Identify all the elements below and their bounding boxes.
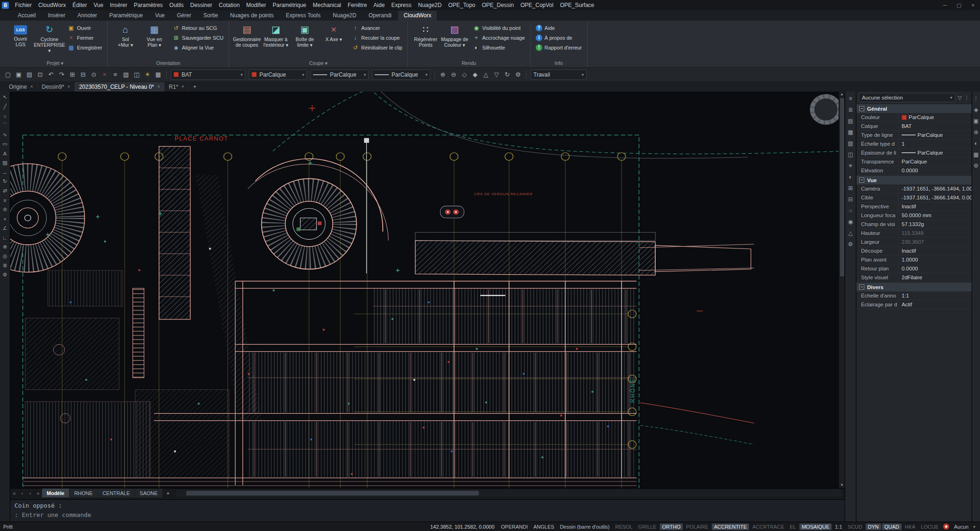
menu-item[interactable]: Outils (166, 0, 187, 10)
ouvrir-lgs-button[interactable]: LGS Ouvrir LGS (6, 21, 35, 59)
properties-panel-icon[interactable]: ≡ (847, 94, 855, 102)
panel-settings-icon[interactable]: ⚙ (847, 240, 855, 248)
grid-panel-icon[interactable]: ▦ (972, 150, 980, 158)
toolbar-indicator[interactable]: Dessin (barre d'outils) (558, 524, 612, 530)
new-file-icon[interactable]: ▢ (3, 70, 13, 80)
property-row[interactable]: Transparence ParCalque (856, 157, 972, 166)
point-cloud-icon[interactable]: ○ (847, 206, 855, 214)
property-row[interactable]: Retour plan 0.0000 (856, 264, 972, 273)
ribbon-tab[interactable]: Express Tools (280, 11, 326, 21)
menu-item[interactable]: Express (388, 0, 414, 10)
scroll-down-icon[interactable]: ▼ (840, 482, 844, 488)
command-prompt[interactable]: : Entrer une commande (14, 511, 840, 518)
settings-tool-icon[interactable]: ⚙ (1, 271, 9, 279)
settings-icon[interactable]: ⚙ (513, 70, 523, 80)
hatch-manager-icon[interactable]: ▧ (847, 139, 855, 147)
document-tab[interactable]: 202303570_CELP - Niveau 0* × (75, 82, 164, 92)
panel-menu-icon[interactable]: ⋮ (972, 94, 980, 102)
properties-section-vue[interactable]: − Vue (856, 175, 972, 184)
menu-item[interactable]: Fichier (12, 0, 35, 10)
detach-icon[interactable]: ⊟ (847, 195, 855, 203)
property-row[interactable]: Couleur ParCalque (856, 113, 972, 122)
menu-item[interactable]: Fenêtre (344, 0, 370, 10)
sauvegarder-scu-button[interactable]: ⊞ Sauvegarder SCU (171, 34, 225, 42)
accrtrace-toggle[interactable]: ACCRTRACE (750, 524, 786, 530)
retour-scg-button[interactable]: ↺ Retour au SCG (171, 24, 225, 32)
color-dropdown[interactable]: ParCalque ▾ (249, 70, 307, 80)
ribbon-tab[interactable]: Nuage2D (327, 11, 362, 21)
add-layout-button[interactable]: + (163, 489, 173, 498)
silhouette-button[interactable]: ◐ Silhouette (471, 44, 527, 51)
property-row[interactable]: Élévation 0.0000 (856, 166, 972, 175)
resol-toggle[interactable]: RESOL (613, 524, 635, 530)
property-row[interactable]: Cible -1937.1651, -3666.1494, 0.0000 (856, 193, 972, 202)
grid-icon[interactable]: ▦ (153, 70, 163, 80)
property-row[interactable]: Plan avant 1.0000 (856, 255, 972, 264)
locue-toggle[interactable]: LOCUE (918, 524, 941, 530)
vue-en-plan-button[interactable]: ▦ Vue en Plan ▾ (140, 21, 169, 59)
ribbon-tab[interactable]: Accueil (12, 11, 42, 21)
gestionnaire-coupes-button[interactable]: ▤ Gestionnaire de coupes (232, 21, 261, 59)
lineweight-dropdown[interactable]: ParCalque ▾ (372, 70, 430, 80)
ouvrir-button[interactable]: ▣ Ouvrir (66, 24, 104, 32)
first-layout-icon[interactable]: « (10, 489, 18, 498)
layout-tab[interactable]: RHONE (70, 489, 98, 498)
zoom-tool-icon[interactable]: ⊕ (1, 243, 9, 251)
layout-tab[interactable]: SAONE (135, 489, 163, 498)
fermer-button[interactable]: × Fermer (66, 34, 104, 42)
erase-icon[interactable]: × (99, 70, 110, 80)
menu-item[interactable]: Insérer (106, 0, 130, 10)
close-icon[interactable]: × (68, 82, 70, 92)
chevron-down-icon[interactable]: ▾ (972, 524, 977, 529)
property-row[interactable]: Éclairage par d Actif (856, 300, 972, 309)
dock-icon[interactable]: ▣ (972, 117, 980, 125)
ribbon-group-label[interactable]: Coupe ▾ (232, 59, 404, 67)
enregistrer-button[interactable]: ▦ Enregistrer (66, 44, 104, 51)
sol-mur-button[interactable]: ⌂ Sol +Mur ▾ (111, 21, 140, 59)
measure-tool-icon[interactable]: ∟ (1, 234, 9, 241)
menu-item[interactable]: Modifier (243, 0, 270, 10)
regen-icon[interactable]: ↻ (502, 70, 512, 80)
mosaique-toggle[interactable]: MOSAIQUE (799, 524, 832, 530)
aide-button[interactable]: ? Aide (534, 24, 584, 32)
menu-item[interactable]: OPE_Topo (445, 0, 478, 10)
menu-item[interactable]: Dessiner (187, 0, 216, 10)
close-icon[interactable]: × (157, 82, 160, 92)
masquer-exterieur-button[interactable]: ◪ Masquer à l'extérieur ▾ (261, 21, 290, 59)
line-tool-icon[interactable]: ╱ (1, 103, 9, 111)
scale-indicator[interactable]: 1:1 (833, 524, 844, 530)
ribbon-tab[interactable]: Operandi (363, 11, 397, 21)
property-row[interactable]: Découpe Inactif (856, 247, 972, 255)
operandi-toggle[interactable]: OPERANDI (499, 524, 530, 530)
render-panel-icon[interactable]: ◐ (847, 173, 855, 181)
erase-tool-icon[interactable]: × (1, 215, 9, 223)
menu-item[interactable]: Vue (91, 0, 107, 10)
property-row[interactable]: Longueur foca 50.0000 mm (856, 211, 972, 220)
ribbon-group-label[interactable]: Info (534, 59, 584, 67)
rapport-erreur-button[interactable]: ! Rapport d'erreur (534, 44, 584, 51)
collapse-icon[interactable]: − (859, 177, 864, 183)
ribbon-tab[interactable]: Nuages de points (224, 11, 279, 21)
close-icon[interactable]: × (30, 82, 33, 92)
minimize-icon[interactable]: ─ (938, 0, 952, 10)
ribbon-group-label[interactable]: Projet ▾ (6, 59, 104, 67)
osnap-icon[interactable]: ◇ (459, 70, 469, 80)
linetype-dropdown[interactable]: ParCalque ▾ (310, 70, 369, 80)
property-row[interactable]: Échelle type d 1 (856, 140, 972, 149)
next-layout-icon[interactable]: › (26, 489, 34, 498)
light-panel-icon[interactable]: ☀ (847, 162, 855, 170)
open-file-icon[interactable]: ▣ (14, 70, 24, 80)
mirror-tool-icon[interactable]: ⇄ (1, 187, 9, 195)
menu-item[interactable]: OPE_Dessin (479, 0, 518, 10)
regenerer-points-button[interactable]: ∷ Régénérer Points (411, 21, 440, 59)
ribbon-tab[interactable]: Sortie (198, 11, 224, 21)
reculer-coupe-button[interactable]: ↓ Reculer la coupe (350, 34, 404, 42)
property-row[interactable]: Calque BAT (856, 122, 972, 131)
reinitialiser-clip-button[interactable]: ↺ Réinitialiser le clip (350, 44, 404, 51)
layers-panel-icon[interactable]: ≣ (847, 106, 855, 113)
hatch-tool-icon[interactable]: ▨ (1, 159, 9, 167)
property-row[interactable]: Épaisseur de li ParCalque (856, 149, 972, 157)
menu-item[interactable]: Aide (370, 0, 388, 10)
property-row[interactable]: Largeur 230.3507 (856, 238, 972, 247)
ribbon-tab[interactable]: Paramétrique (104, 11, 148, 21)
